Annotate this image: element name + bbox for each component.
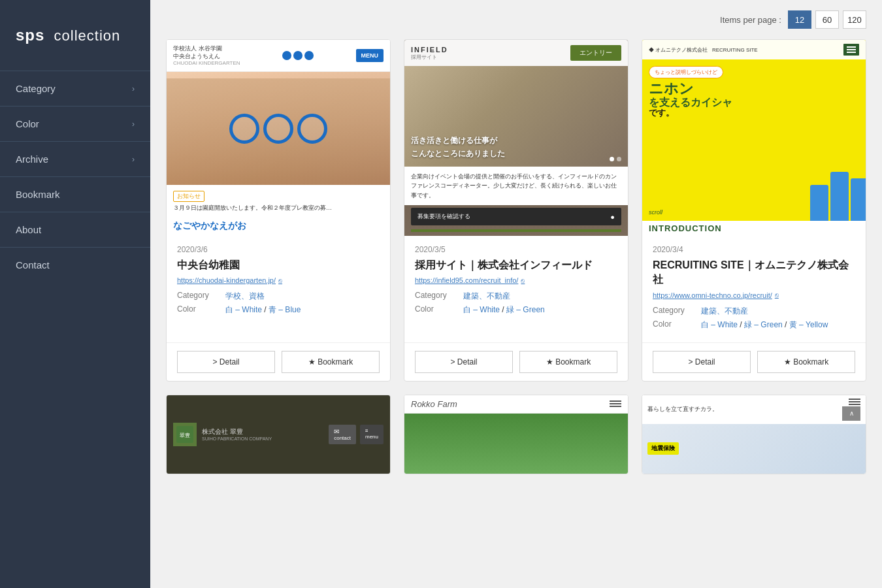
bc-ring-3 [297, 114, 327, 144]
menu-line [847, 52, 856, 53]
omni-bubble: ちょっと説明しづらいけど [649, 66, 723, 78]
rokko-logo: Rokko Farm [411, 399, 457, 409]
workers-illustration [810, 172, 866, 221]
card-1-bookmark-button[interactable]: ★ Bookmark [282, 351, 380, 373]
chevron-right-icon: › [132, 155, 135, 164]
intro-text: INTRODUCTION [649, 223, 859, 233]
infield-subtitle: 採用サイト [411, 54, 448, 61]
dot-2 [617, 157, 621, 161]
per-page-12-button[interactable]: 12 [788, 10, 811, 29]
nav-link-category[interactable]: Category › [0, 71, 150, 106]
card-3-bookmark-button[interactable]: ★ Bookmark [757, 351, 855, 373]
nav-item-archive[interactable]: Archive › [0, 141, 150, 176]
color-label: Color [177, 304, 223, 316]
card-3-meta-category: Category 建築、不動産 [653, 306, 855, 317]
jishin-image: 暮らしを立て直すチカラ。 ∧ 地震保険 [642, 395, 866, 474]
color-value: 白 – White / 青 – Blue [225, 304, 380, 316]
bc-ring-1 [229, 114, 259, 144]
menu-line [610, 403, 621, 404]
omni-header: ◆ オムニテクノ株式会社 RECRUITING SITE [642, 40, 866, 59]
card-4: 翠豊 株式会社 翠豊 SUIHO FABRICATION COMPANY ✉ c… [166, 395, 391, 474]
card-2-image: INFIELD 採用サイト エントリー 活き活きと働ける仕事が こんなところにあ… [404, 40, 628, 236]
jishin-header: 暮らしを立て直すチカラ。 ∧ [642, 395, 866, 424]
chevron-right-icon: › [132, 84, 135, 93]
card-3: ◆ オムニテクノ株式会社 RECRUITING SITE ちょっと説明しづらいけ… [642, 39, 866, 382]
per-page-60-button[interactable]: 60 [815, 10, 839, 29]
omni-logo-area: ◆ オムニテクノ株式会社 RECRUITING SITE [649, 46, 758, 54]
rokko-photo [404, 414, 628, 474]
suiho-buttons: ✉ contact ≡ menu [329, 425, 384, 444]
nav-link-about[interactable]: About [0, 212, 150, 247]
omni-menu-button[interactable] [843, 44, 859, 56]
card-2-detail-button[interactable]: > Detail [415, 351, 513, 373]
circle-2 [293, 51, 302, 60]
kinder-school-name: 学校法人 水谷学園中央台ようちえん [173, 45, 240, 60]
nav-item-color[interactable]: Color › [0, 106, 150, 141]
worker-2 [830, 172, 849, 221]
card-2-meta-color: Color 白 – White / 緑 – Green [415, 304, 617, 316]
per-page-120-button[interactable]: 120 [843, 10, 866, 29]
infield-logo: INFIELD [411, 46, 448, 54]
card-1: 学校法人 水谷学園中央台ようちえん CHUODAI KINDERGARTEN M… [166, 39, 391, 382]
nav-item-about[interactable]: About [0, 212, 150, 247]
nav-link-bookmark[interactable]: Bookmark [0, 177, 150, 212]
nav-link-contact[interactable]: Contact [0, 248, 150, 282]
menu-line [610, 406, 621, 407]
nav-link-color[interactable]: Color › [0, 106, 150, 141]
external-link-icon: ⎋ [521, 277, 525, 284]
kinder-logo: 学校法人 水谷学園中央台ようちえん CHUODAI KINDERGARTEN [173, 45, 240, 66]
main-content: Items per page : 12 60 120 学校法人 水谷学園中央台よ… [150, 0, 882, 588]
card-3-url[interactable]: https://www.omni-techno.co.jp/recruit/ ⎋ [653, 291, 855, 299]
nav-label-about: About [16, 224, 41, 235]
card-1-photo [167, 72, 390, 185]
card-1-url[interactable]: https://chuodai-kindergarten.jp/ ⎋ [177, 276, 380, 284]
card-2-url[interactable]: https://infield95.com/recruit_info/ ⎋ [415, 276, 617, 284]
top-bar: Items per page : 12 60 120 [166, 10, 866, 29]
nav-item-contact[interactable]: Contact [0, 247, 150, 282]
hiragana-text: なごやかなえがお [173, 220, 384, 232]
card-2-buttons: > Detail ★ Bookmark [404, 342, 628, 381]
blue-circles-frame [229, 114, 327, 144]
recruit-confirm-button[interactable]: 募集要項を確認する ● [411, 208, 621, 225]
menu-line [847, 49, 856, 50]
card-2: INFIELD 採用サイト エントリー 活き活きと働ける仕事が こんなところにあ… [404, 39, 629, 382]
menu-line [849, 401, 860, 402]
card-3-info: 2020/3/4 RECRUITING SITE｜オムニテクノ株式会社 http… [642, 236, 866, 342]
suiho-logo: 翠豊 [173, 423, 197, 446]
notice-text: ３月９日は園庭開放いたします。令和２年度プレ教室の募… [173, 204, 384, 212]
rokko-image: Rokko Farm [404, 395, 628, 474]
rokko-menu-icon[interactable] [610, 400, 621, 407]
card-1-img-container: 学校法人 水谷学園中央台ようちえん CHUODAI KINDERGARTEN M… [167, 40, 390, 236]
card-1-image: 学校法人 水谷学園中央台ようちえん CHUODAI KINDERGARTEN M… [167, 40, 390, 236]
nav-link-archive[interactable]: Archive › [0, 142, 150, 176]
menu-button[interactable]: MENU [356, 49, 384, 62]
nav-item-bookmark[interactable]: Bookmark [0, 176, 150, 212]
sidebar: sps collection Category › Color › Archiv… [0, 0, 150, 588]
bc-ring-2 [263, 114, 293, 144]
card-3-detail-button[interactable]: > Detail [653, 351, 751, 373]
arrow-icon: ● [610, 213, 615, 221]
cards-grid: 学校法人 水谷学園中央台ようちえん CHUODAI KINDERGARTEN M… [166, 39, 866, 474]
contact-btn[interactable]: ✉ contact [329, 425, 356, 444]
menu-line [610, 400, 621, 402]
menu-line [849, 404, 860, 405]
scroll-up-button[interactable]: ∧ [842, 406, 860, 421]
card-2-bookmark-button[interactable]: ★ Bookmark [519, 351, 617, 373]
card-6-image: 暮らしを立て直すチカラ。 ∧ 地震保険 [642, 395, 866, 474]
card-2-meta-category: Category 建築、不動産 [415, 291, 617, 302]
jishin-body: 地震保険 [642, 424, 866, 474]
card-1-detail-button[interactable]: > Detail [177, 351, 275, 373]
menu-lines[interactable] [849, 399, 860, 405]
card-1-hiragana: なごやかなえがお [167, 216, 390, 236]
scroll-text: scroll [649, 209, 662, 216]
chevron-right-icon: › [132, 120, 135, 129]
color-label: Color [415, 304, 461, 316]
card-3-date: 2020/3/4 [653, 245, 855, 254]
nav-item-category[interactable]: Category › [0, 71, 150, 106]
entry-button[interactable]: エントリー [570, 45, 621, 61]
nav-label-category: Category [16, 83, 56, 94]
menu-btn[interactable]: ≡ menu [360, 425, 384, 444]
circle-1 [282, 51, 291, 60]
nav-label-color: Color [16, 118, 39, 129]
card-1-notice: お知らせ ３月９日は園庭開放いたします。令和２年度プレ教室の募… [167, 185, 390, 216]
